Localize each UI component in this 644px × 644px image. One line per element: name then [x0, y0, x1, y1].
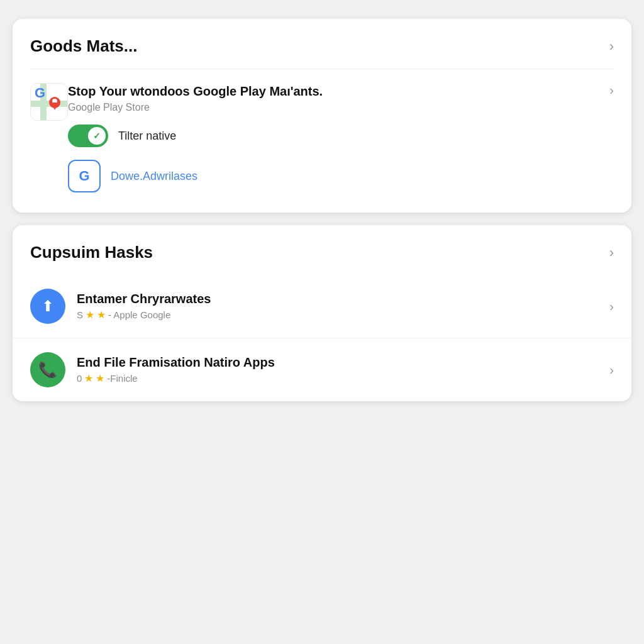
- toggle-row: ✓ Tilter native: [68, 125, 603, 147]
- cupsuim-hasks-header[interactable]: Cupsuim Hasks ›: [13, 225, 631, 275]
- person-upload-icon: ⬆: [42, 297, 54, 315]
- notification-content: Stop Your wtondoos Google Play Maı'ants.…: [68, 83, 603, 199]
- toggle-knob: ✓: [88, 127, 106, 145]
- task-item-2[interactable]: 📞 End File Framisation Natiro Apps 0 ★ ★…: [13, 338, 631, 401]
- task-item-1[interactable]: ⬆ Entamer Chryrarwates S ★ ★ - Apple Goo…: [13, 275, 631, 338]
- task-meta-prefix-2: 0: [77, 373, 82, 384]
- task-title-2: End File Framisation Natiro Apps: [77, 355, 609, 370]
- task-icon-2: 📞: [30, 352, 65, 387]
- goods-mats-card: Goods Mats... › G Stop Your wtondoos Goo…: [13, 19, 631, 213]
- svg-text:G: G: [35, 85, 45, 101]
- google-action-button[interactable]: G: [68, 160, 101, 192]
- google-g-icon: G: [79, 168, 89, 184]
- task-content-1: Entamer Chryrarwates S ★ ★ - Apple Googl…: [77, 292, 609, 321]
- task-star-2a: ★: [84, 372, 93, 384]
- tilter-native-toggle[interactable]: ✓: [68, 125, 108, 147]
- action-label[interactable]: Dowe.Adwrilases: [111, 170, 197, 183]
- task-meta-prefix-1: S: [77, 309, 83, 320]
- goods-mats-header[interactable]: Goods Mats... ›: [13, 19, 631, 69]
- notification-chevron: ›: [609, 83, 614, 97]
- goods-mats-title: Goods Mats...: [30, 36, 137, 56]
- maps-app-icon: G: [30, 83, 68, 121]
- cupsuim-hasks-card: Cupsuim Hasks › ⬆ Entamer Chryrarwates S…: [13, 225, 631, 401]
- task-icon-1: ⬆: [30, 289, 65, 324]
- notification-title: Stop Your wtondoos Google Play Maı'ants.: [68, 83, 603, 99]
- task-chevron-1: ›: [609, 299, 614, 314]
- goods-mats-chevron: ›: [609, 38, 614, 55]
- task-chevron-2: ›: [609, 363, 614, 377]
- task-meta-2: 0 ★ ★ -Finicle: [77, 372, 609, 384]
- task-content-2: End File Framisation Natiro Apps 0 ★ ★ -…: [77, 355, 609, 384]
- task-star-1b: ★: [97, 309, 106, 321]
- cupsuim-hasks-title: Cupsuim Hasks: [30, 243, 153, 262]
- task-meta-suffix-2: -Finicle: [107, 373, 137, 384]
- toggle-check-icon: ✓: [93, 131, 101, 141]
- task-meta-suffix-1: - Apple Google: [108, 309, 170, 320]
- notification-item[interactable]: G Stop Your wtondoos Google Play Maı'ant…: [13, 69, 631, 213]
- task-star-1a: ★: [86, 309, 94, 321]
- toggle-label: Tilter native: [118, 130, 176, 143]
- phone-icon: 📞: [38, 361, 57, 379]
- task-title-1: Entamer Chryrarwates: [77, 292, 609, 306]
- task-star-2b: ★: [96, 372, 104, 384]
- notification-subtitle: Google Play Store: [68, 102, 603, 113]
- cupsuim-hasks-chevron: ›: [609, 245, 614, 261]
- task-meta-1: S ★ ★ - Apple Google: [77, 309, 609, 321]
- action-row: G Dowe.Adwrilases: [68, 160, 603, 192]
